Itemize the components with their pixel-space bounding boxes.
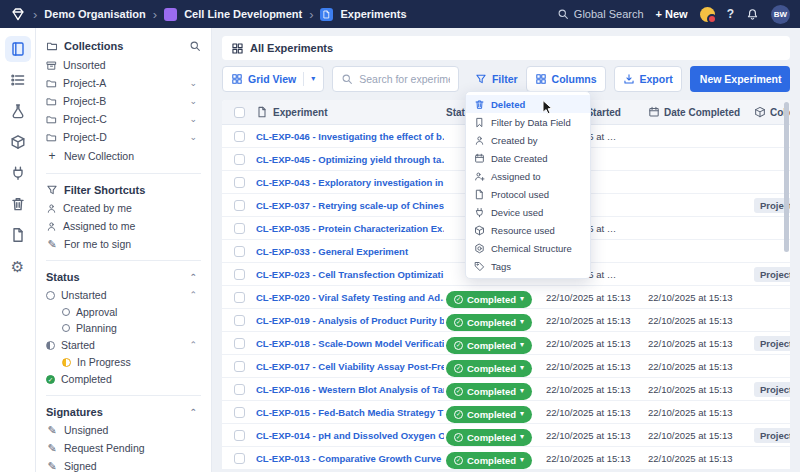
experiment-link[interactable]: CL-EXP-033 - General Experiment: [256, 246, 444, 257]
experiment-link[interactable]: CL-EXP-019 - Analysis of Product Purity …: [256, 315, 444, 326]
experiment-link[interactable]: CL-EXP-015 - Fed-Batch Media Strategy T…: [256, 407, 444, 418]
table-row[interactable]: CL-EXP-016 - Western Blot Analysis of Ta…: [222, 378, 790, 401]
table-row[interactable]: CL-EXP-014 - pH and Dissolved Oxygen O… …: [222, 424, 790, 447]
breadcrumb-section[interactable]: Experiments: [340, 8, 406, 20]
rail-templates-button[interactable]: [5, 222, 31, 248]
experiments-searchbox[interactable]: [332, 66, 459, 92]
menu-item-tags[interactable]: Tags: [466, 257, 590, 275]
status-badge[interactable]: ✓ Completed ▾: [446, 360, 532, 377]
collection-item-project-d[interactable]: Project-D ⌄: [46, 128, 201, 146]
row-checkbox[interactable]: [234, 292, 245, 303]
user-avatar[interactable]: BW: [771, 5, 790, 24]
collection-badge[interactable]: Project-…: [754, 428, 790, 443]
search-input[interactable]: [359, 73, 450, 85]
shortcut-created-by-me[interactable]: Created by me: [46, 199, 201, 217]
status-badge[interactable]: ✓ Completed ▾: [446, 337, 532, 354]
chevron-up-icon[interactable]: ⌃: [189, 290, 201, 300]
header-date-completed[interactable]: Date Completed: [664, 107, 740, 118]
experiment-link[interactable]: CL-EXP-016 - Western Blot Analysis of Ta…: [256, 384, 444, 395]
table-row[interactable]: CL-EXP-015 - Fed-Batch Media Strategy T……: [222, 401, 790, 424]
status-section-header[interactable]: Status ⌃: [46, 268, 201, 286]
menu-item-protocol-used[interactable]: Protocol used: [466, 185, 590, 203]
status-badge[interactable]: ✓ Completed ▾: [446, 452, 532, 469]
breadcrumb-workspace[interactable]: Cell Line Development: [184, 8, 302, 20]
new-collection-button[interactable]: + New Collection: [46, 146, 201, 166]
status-badge[interactable]: ✓ Completed ▾: [446, 383, 532, 400]
chevron-down-icon[interactable]: ⌄: [189, 114, 201, 124]
menu-item-filter-by-data-field[interactable]: Filter by Data Field: [466, 113, 590, 131]
rail-notebook-button[interactable]: [5, 36, 31, 62]
rail-inventory-button[interactable]: [5, 129, 31, 155]
status-filter-approval[interactable]: Approval: [46, 304, 201, 320]
status-badge[interactable]: ✓ Completed ▾: [446, 429, 532, 446]
rail-deleted-button[interactable]: [5, 191, 31, 217]
status-filter-planning[interactable]: Planning: [46, 320, 201, 336]
collection-item-project-a[interactable]: Project-A ⌄: [46, 74, 201, 92]
row-checkbox[interactable]: [234, 177, 245, 188]
row-checkbox[interactable]: [234, 407, 245, 418]
row-checkbox[interactable]: [234, 338, 245, 349]
experiment-link[interactable]: CL-EXP-014 - pH and Dissolved Oxygen O…: [256, 430, 444, 441]
experiment-link[interactable]: CL-EXP-035 - Protein Characterization Ex…: [256, 223, 444, 234]
new-button[interactable]: + New: [656, 8, 688, 20]
collection-badge[interactable]: Project-…: [754, 382, 790, 397]
experiment-link[interactable]: CL-EXP-013 - Comparative Growth Curve …: [256, 453, 444, 464]
menu-item-created-by[interactable]: Created by: [466, 131, 590, 149]
status-filter-in-progress[interactable]: In Progress: [46, 354, 201, 370]
status-badge[interactable]: ✓ Completed ▾: [446, 406, 532, 423]
experiment-link[interactable]: CL-EXP-023 - Cell Transfection Optimizat…: [256, 269, 444, 280]
experiment-link[interactable]: CL-EXP-045 - Optimizing yield through ta…: [256, 154, 444, 165]
table-row[interactable]: CL-EXP-013 - Comparative Growth Curve … …: [222, 447, 790, 470]
menu-item-chemical-structure[interactable]: Chemical Structure: [466, 239, 590, 257]
row-checkbox[interactable]: [234, 131, 245, 142]
header-experiment[interactable]: Experiment: [273, 107, 327, 118]
notifications-bell-icon[interactable]: [746, 8, 759, 21]
help-button[interactable]: ?: [727, 7, 734, 21]
rail-experiments-button[interactable]: [5, 98, 31, 124]
new-experiment-button[interactable]: New Experiment: [690, 66, 790, 92]
signature-filter-unsigned[interactable]: ✎ Unsigned: [46, 421, 201, 439]
experiment-link[interactable]: CL-EXP-020 - Viral Safety Testing and Ad…: [256, 292, 444, 303]
grid-view-button[interactable]: Grid View ▾: [222, 66, 324, 92]
menu-item-deleted[interactable]: Deleted: [466, 95, 590, 113]
app-logo-icon[interactable]: [10, 6, 26, 22]
status-filter-completed[interactable]: ✓ Completed: [46, 370, 201, 388]
search-icon[interactable]: [189, 40, 201, 52]
experiment-link[interactable]: CL-EXP-043 - Exploratory investigation i…: [256, 177, 444, 188]
row-checkbox[interactable]: [234, 430, 245, 441]
chevron-down-icon[interactable]: ⌄: [189, 132, 201, 142]
experiment-link[interactable]: CL-EXP-017 - Cell Viability Assay Post-F…: [256, 361, 444, 372]
experiment-link[interactable]: CL-EXP-046 - Investigating the effect of…: [256, 131, 444, 142]
row-checkbox[interactable]: [234, 269, 245, 280]
chevron-down-icon[interactable]: ⌄: [189, 78, 201, 88]
table-row[interactable]: CL-EXP-020 - Viral Safety Testing and Ad…: [222, 286, 790, 309]
row-checkbox[interactable]: [234, 361, 245, 372]
row-checkbox[interactable]: [234, 384, 245, 395]
chevron-up-icon[interactable]: ⌃: [189, 340, 201, 350]
signature-filter-request-pending[interactable]: ✎ Request Pending: [46, 439, 201, 457]
rail-devices-button[interactable]: [5, 160, 31, 186]
rail-protocols-button[interactable]: [5, 67, 31, 93]
status-filter-unstarted[interactable]: Unstarted ⌃: [46, 286, 201, 304]
filter-button[interactable]: Filter: [475, 73, 518, 85]
row-checkbox[interactable]: [234, 200, 245, 211]
collection-item-unsorted[interactable]: Unsorted: [46, 56, 201, 74]
export-button[interactable]: Export: [614, 66, 682, 92]
row-checkbox[interactable]: [234, 223, 245, 234]
row-checkbox[interactable]: [234, 453, 245, 464]
experiment-link[interactable]: CL-EXP-037 - Retrying scale-up of Chines…: [256, 200, 444, 211]
vertical-scrollbar[interactable]: [784, 102, 789, 252]
collection-badge[interactable]: Project-…: [754, 267, 790, 282]
table-row[interactable]: CL-EXP-018 - Scale-Down Model Verificati…: [222, 332, 790, 355]
status-badge[interactable]: ✓ Completed ▾: [446, 291, 532, 308]
row-checkbox[interactable]: [234, 315, 245, 326]
status-filter-started[interactable]: Started ⌃: [46, 336, 201, 354]
table-row[interactable]: CL-EXP-019 - Analysis of Product Purity …: [222, 309, 790, 332]
table-row[interactable]: CL-EXP-017 - Cell Viability Assay Post-F…: [222, 355, 790, 378]
collection-item-project-c[interactable]: Project-C ⌄: [46, 110, 201, 128]
shortcut-for-me-to-sign[interactable]: ✎ For me to sign: [46, 235, 201, 253]
select-all-checkbox[interactable]: [234, 107, 245, 118]
shortcut-assigned-to-me[interactable]: Assigned to me: [46, 217, 201, 235]
columns-button[interactable]: Columns: [526, 66, 606, 92]
menu-item-device-used[interactable]: Device used: [466, 203, 590, 221]
